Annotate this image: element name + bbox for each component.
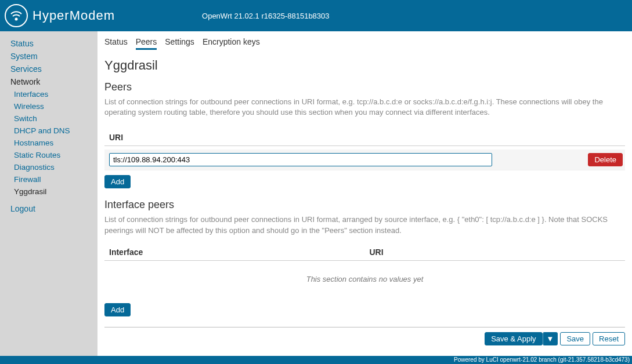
tabs: Status Peers Settings Encryption keys: [104, 37, 625, 50]
sidebar-sub-dhcp-dns[interactable]: DHCP and DNS: [0, 125, 97, 137]
peers-section-desc: List of connection strings for outbound …: [104, 97, 625, 118]
page-title: Yggdrasil: [104, 58, 625, 73]
firmware-version: OpenWrt 21.02.1 r16325-88151b8303: [202, 12, 329, 20]
save-apply-button[interactable]: Save & Apply: [485, 332, 542, 345]
iface-peers-desc: List of connection strings for outbound …: [104, 214, 625, 235]
tab-peers[interactable]: Peers: [136, 37, 157, 50]
main-content: Status Peers Settings Encryption keys Yg…: [97, 31, 632, 356]
sidebar-sub-diagnostics[interactable]: Diagnostics: [0, 161, 97, 173]
tab-settings[interactable]: Settings: [165, 37, 194, 50]
svg-point-0: [16, 19, 17, 20]
tab-status[interactable]: Status: [104, 37, 128, 50]
delete-peer-button[interactable]: Delete: [588, 153, 623, 166]
iface-peers-header: Interface URI: [104, 244, 625, 261]
peers-section-title: Peers: [104, 81, 625, 93]
iface-col-uri: URI: [365, 247, 626, 257]
sidebar-sub-interfaces[interactable]: Interfaces: [0, 88, 97, 100]
save-apply-dropdown[interactable]: ▼: [543, 332, 558, 345]
save-button[interactable]: Save: [560, 332, 590, 345]
brand-name: HyperModem: [32, 8, 115, 23]
sidebar-sub-yggdrasil[interactable]: Yggdrasil: [0, 185, 97, 198]
sidebar-sub-switch[interactable]: Switch: [0, 112, 97, 125]
peer-uri-input[interactable]: [109, 153, 492, 166]
sidebar-nav: Status System Services Network Interface…: [0, 31, 97, 356]
footer: Powered by LuCI openwrt-21.02 branch (gi…: [0, 356, 632, 364]
app-header: HyperModem OpenWrt 21.02.1 r16325-88151b…: [0, 0, 632, 31]
peers-col-uri: URI: [104, 129, 625, 146]
peers-table-header: URI: [104, 126, 625, 150]
divider: [104, 327, 625, 327]
sidebar-sub-wireless[interactable]: Wireless: [0, 100, 97, 112]
sidebar-item-system[interactable]: System: [0, 50, 97, 63]
sidebar-item-services[interactable]: Services: [0, 63, 97, 75]
tab-encryption-keys[interactable]: Encryption keys: [203, 37, 260, 50]
reset-button[interactable]: Reset: [593, 332, 625, 345]
page-actions: Save & Apply ▼ Save Reset: [104, 332, 625, 345]
sidebar-item-network[interactable]: Network: [0, 75, 97, 88]
sidebar-sub-firewall[interactable]: Firewall: [0, 173, 97, 185]
sidebar-sub-static-routes[interactable]: Static Routes: [0, 149, 97, 161]
add-iface-peer-button[interactable]: Add: [104, 303, 131, 316]
iface-peers-empty: This section contains no values yet: [104, 261, 625, 299]
iface-col-interface: Interface: [104, 247, 365, 257]
sidebar-sub-hostnames[interactable]: Hostnames: [0, 137, 97, 149]
add-peer-button[interactable]: Add: [104, 175, 131, 188]
iface-peers-title: Interface peers: [104, 199, 625, 211]
sidebar-logout[interactable]: Logout: [0, 202, 97, 215]
sidebar-item-status[interactable]: Status: [0, 37, 97, 50]
peers-row: Delete: [104, 150, 625, 170]
wifi-icon: [5, 4, 28, 27]
